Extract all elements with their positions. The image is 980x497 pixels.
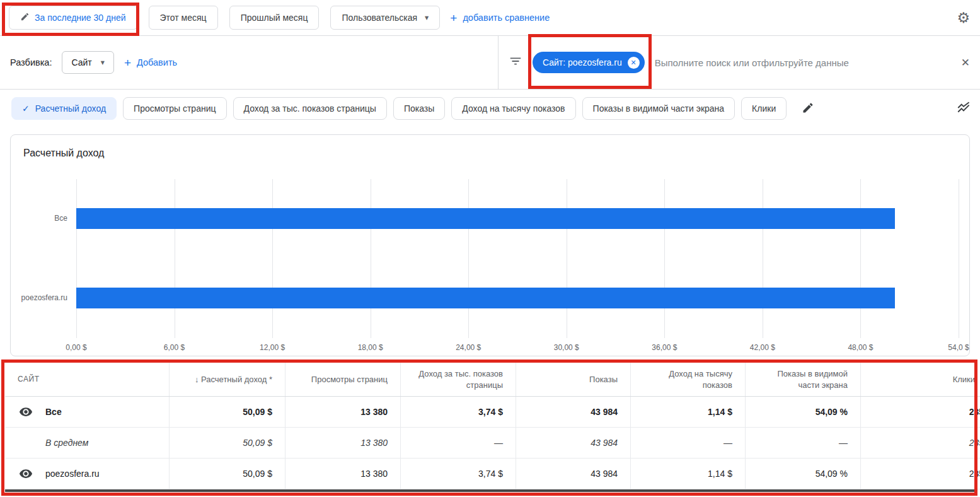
metric-tab-5[interactable]: Доход на тысячу показов (451, 97, 575, 120)
chart-mode-button[interactable] (956, 100, 972, 118)
settings-button[interactable]: ⚙ (957, 9, 970, 26)
column-header-label: Доход за тыс. показов страницы (413, 368, 503, 390)
table-horizontal-scrollbar[interactable] (5, 489, 975, 492)
column-header-label: САЙТ (18, 374, 40, 384)
plus-icon: + (450, 12, 457, 24)
pencil-icon (802, 102, 814, 116)
table-row: poezosfera.ru50,09 $13 3803,74 $43 9841,… (5, 459, 980, 489)
cell: 1,14 $ (630, 397, 745, 427)
cell: — (400, 428, 516, 458)
site-cell: poezosfera.ru (5, 459, 169, 489)
table-header-row: САЙТ↓ Расчетный доход *Просмотры страниц… (5, 363, 980, 397)
metric-tab-label: Клики (752, 103, 776, 114)
eye-icon[interactable] (19, 467, 34, 481)
metric-tab-label: Доход за тыс. показов страницы (244, 103, 376, 114)
cell: 50,09 $ (169, 459, 285, 489)
chart-x-axis: 0,00 $6,00 $12,00 $18,00 $24,00 $30,00 $… (76, 343, 959, 356)
x-tick-label: 0,00 $ (66, 343, 86, 352)
chip-remove-icon[interactable]: ✕ (628, 57, 640, 69)
cell: 54,09 % (745, 459, 860, 489)
breakdown-label: Разбивка: (10, 57, 52, 67)
check-icon: ✓ (22, 103, 30, 114)
column-header-4[interactable]: Доход за тыс. показов страницы (400, 363, 516, 396)
breakdown-dimension-value: Сайт (71, 57, 91, 67)
chevron-down-icon: ▼ (101, 60, 105, 66)
column-header-1[interactable]: САЙТ (5, 363, 169, 396)
chart-card: Расчетный доход Всеpoezosfera.ru 0,00 $6… (10, 134, 970, 356)
multiline-chart-icon (956, 100, 972, 118)
date-tab-label: Этот месяц (160, 13, 207, 23)
cell: 3,74 $ (400, 397, 516, 427)
x-tick-label: 54,0 $ (948, 343, 969, 352)
report-table: САЙТ↓ Расчетный доход *Просмотры страниц… (5, 363, 980, 489)
gridline (175, 179, 175, 338)
metric-tab-3[interactable]: Доход за тыс. показов страницы (233, 97, 387, 120)
filter-search-input[interactable] (655, 57, 951, 68)
x-tick-label: 18,00 $ (358, 343, 383, 352)
date-tab-2[interactable]: Этот месяц (149, 6, 218, 30)
gridline (664, 179, 665, 338)
clear-filter-button[interactable]: ✕ (961, 56, 970, 69)
x-tick-label: 42,00 $ (750, 343, 775, 352)
cell: 13 380 (285, 428, 400, 458)
category-label: Все (54, 214, 67, 223)
date-tab-1[interactable]: За последние 30 дней (9, 6, 137, 30)
gridline (567, 179, 567, 338)
breakdown-dimension-button[interactable]: Сайт ▼ (62, 51, 113, 74)
cell: 43 984 (516, 428, 630, 458)
column-header-3[interactable]: Просмотры страниц (285, 363, 400, 396)
column-header-8[interactable]: Клики (860, 363, 980, 396)
cell: 1,14 $ (630, 459, 745, 489)
cell: 3,74 $ (400, 459, 516, 489)
adsense-report-page: За последние 30 днейЭтот месяцПрошлый ме… (0, 0, 980, 497)
column-header-6[interactable]: Доход на тысячу показов (630, 363, 745, 396)
cell: 13 380 (285, 397, 400, 427)
filter-chip[interactable]: Сайт: poezosfera.ru ✕ (533, 52, 645, 73)
filter-bar: Сайт: poezosfera.ru ✕ ✕ (498, 36, 980, 89)
metric-tab-6[interactable]: Показы в видимой части экрана (582, 97, 735, 120)
gridline (468, 179, 469, 338)
metric-tab-4[interactable]: Показы (393, 97, 445, 120)
metric-tabs: ✓Расчетный доходПросмотры страницДоход з… (11, 97, 787, 120)
date-range-tabs: За последние 30 днейЭтот месяцПрошлый ме… (9, 6, 440, 30)
cell: 235 (860, 428, 980, 458)
breakdown-filter-bar: Разбивка: Сайт ▼ + Добавить Сайт: poezos… (0, 36, 980, 90)
gridline (959, 179, 959, 338)
chart-title: Расчетный доход (23, 148, 104, 159)
gridline (860, 179, 861, 338)
bar-Все (76, 208, 895, 229)
gridline (763, 179, 763, 338)
column-header-label: Просмотры страниц (311, 374, 388, 385)
chart-category-axis: Всеpoezosfera.ru (11, 179, 72, 338)
site-name: В среднем (45, 438, 88, 448)
pencil-icon (20, 12, 30, 23)
add-comparison-label: добавить сравнение (463, 13, 550, 23)
column-header-5[interactable]: Показы (516, 363, 630, 396)
add-comparison-button[interactable]: + добавить сравнение (450, 12, 550, 24)
date-range-bar: За последние 30 днейЭтот месяцПрошлый ме… (0, 0, 980, 36)
x-tick-label: 24,00 $ (456, 343, 481, 352)
bar-poezosfera.ru (76, 288, 895, 308)
date-tab-3[interactable]: Прошлый месяц (229, 6, 320, 30)
date-tab-label: Прошлый месяц (241, 13, 308, 23)
cell: 235 (860, 397, 980, 427)
x-tick-label: 36,00 $ (652, 343, 677, 352)
eye-icon[interactable] (19, 405, 34, 419)
metric-tab-7[interactable]: Клики (741, 97, 787, 120)
table-row: В среднем50,09 $13 380—43 984——235 (5, 428, 980, 459)
metric-tab-1[interactable]: ✓Расчетный доход (11, 97, 117, 120)
plus-icon: + (124, 57, 131, 69)
metric-tabs-bar: ✓Расчетный доходПросмотры страницДоход з… (0, 90, 980, 127)
column-header-label: Доход на тысячу показов (643, 368, 732, 390)
cell: 235 (860, 459, 980, 489)
site-name: Все (45, 407, 62, 417)
metric-tab-label: Показы в видимой части экрана (593, 103, 725, 114)
edit-metrics-button[interactable] (802, 102, 814, 116)
table-row: Все50,09 $13 3803,74 $43 9841,14 $54,09 … (5, 397, 980, 428)
add-breakdown-button[interactable]: + Добавить (124, 57, 177, 69)
date-tab-4[interactable]: Пользовательская▼ (330, 6, 440, 30)
column-header-7[interactable]: Показы в видимой части экрана (745, 363, 860, 396)
column-header-2[interactable]: ↓ Расчетный доход * (169, 363, 285, 396)
metric-tab-2[interactable]: Просмотры страниц (123, 97, 226, 120)
chart-plot-area (76, 179, 959, 338)
